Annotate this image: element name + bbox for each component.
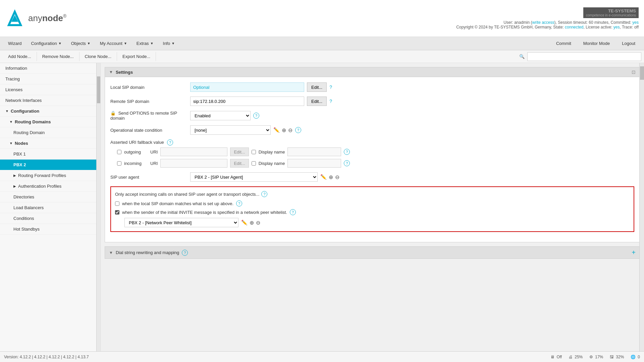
operational-state-help-icon[interactable]: ?: [295, 127, 301, 133]
brand-sub: competence in e-communications: [586, 13, 636, 17]
incoming-uri-edit-button[interactable]: Edit...: [230, 159, 249, 168]
header-left: anynode®: [5, 9, 66, 28]
remove-node-button[interactable]: Remove Node...: [37, 52, 79, 61]
whitelist-checkbox[interactable]: [115, 210, 119, 215]
sidebar-item-load-balancers[interactable]: Load Balancers: [0, 202, 100, 213]
sidebar-item-licenses[interactable]: Licenses: [0, 84, 100, 95]
outgoing-display-name-input[interactable]: [287, 147, 341, 156]
add-node-button[interactable]: Add Node...: [3, 52, 37, 61]
monitor-mode-button[interactable]: Monitor Mode: [579, 40, 614, 47]
sidebar-item-conditions[interactable]: Conditions: [0, 213, 100, 224]
memory-icon: ⚙: [589, 355, 593, 359]
incoming-display-name-label: Display name: [259, 161, 285, 166]
local-sip-domain-input[interactable]: [190, 82, 304, 92]
sidebar-item-hot-standbys[interactable]: Hot Standbys: [0, 224, 100, 235]
outgoing-uri-edit-button[interactable]: Edit...: [230, 147, 249, 156]
incoming-checkbox[interactable]: [117, 161, 121, 166]
sidebar-item-routing-forward-profiles[interactable]: ▶ Routing Forward Profiles: [0, 170, 100, 181]
clone-node-button[interactable]: Clone Node...: [79, 52, 117, 61]
write-access-link[interactable]: write access: [532, 20, 554, 25]
content-scroll-thumb[interactable]: [640, 66, 644, 80]
outgoing-display-name-checkbox[interactable]: [252, 150, 256, 154]
sidebar-item-routing-domain[interactable]: Routing Domain: [0, 127, 100, 138]
remove-icon[interactable]: ⊖: [288, 127, 292, 133]
memory-status: ⚙ 17%: [589, 355, 603, 359]
network-peer-add-icon[interactable]: ⊕: [250, 220, 254, 226]
send-options-select[interactable]: Enabled Disabled: [190, 111, 251, 120]
outgoing-checkbox[interactable]: [117, 150, 121, 154]
dial-string-help-icon[interactable]: ?: [182, 250, 188, 256]
content-scrollbar[interactable]: [639, 63, 644, 351]
sidebar: Information Tracing Licenses Network Int…: [0, 63, 101, 351]
sidebar-item-pbx1[interactable]: PBX 1: [0, 149, 100, 160]
add-icon[interactable]: ⊕: [282, 127, 286, 133]
incoming-display-name-input[interactable]: [287, 159, 341, 168]
remote-sip-domain-edit-button[interactable]: Edit...: [307, 97, 327, 106]
network-peer-select[interactable]: PBX 2 - [Network Peer Whitelist]: [124, 218, 238, 227]
outgoing-display-name-label: Display name: [259, 149, 285, 155]
local-domain-checkbox[interactable]: [115, 201, 119, 206]
chevron-right-icon: ▶: [13, 184, 16, 188]
nav-info[interactable]: Info ▼: [159, 39, 179, 48]
commit-button[interactable]: Commit: [551, 40, 576, 47]
nav-configuration[interactable]: Configuration ▼: [27, 39, 65, 48]
sidebar-scroll-thumb[interactable]: [97, 76, 100, 103]
local-domain-help-icon[interactable]: ?: [236, 200, 242, 206]
sidebar-section-configuration: ▼ Configuration: [0, 106, 100, 117]
nav-wizard[interactable]: Wizard: [4, 39, 25, 48]
sidebar-item-directories[interactable]: Directories: [0, 192, 100, 202]
sidebar-item-authentication-profiles[interactable]: ▶ Authentication Profiles: [0, 181, 100, 192]
chevron-down-icon: ▼: [58, 42, 62, 45]
network-peer-remove-icon[interactable]: ⊖: [256, 220, 260, 226]
sidebar-item-network-interfaces[interactable]: Network Interfaces: [0, 95, 100, 106]
sip-ua-remove-icon[interactable]: ⊖: [335, 174, 339, 180]
panel-minimize-icon[interactable]: ⊡: [632, 69, 636, 75]
send-options-row: 🔒 Send OPTIONS to remote SIP domain Enab…: [110, 111, 634, 121]
incoming-calls-help-icon[interactable]: ?: [261, 191, 267, 197]
uri-label-incoming: URI: [150, 161, 158, 166]
sidebar-subsection-routing-domains[interactable]: ▼ Routing Domains: [0, 117, 100, 127]
logo-text: anynode®: [28, 13, 66, 23]
sidebar-subsection-label: Routing Domains: [15, 119, 51, 124]
local-sip-domain-help-icon[interactable]: ?: [329, 84, 332, 90]
dial-panel-add-button[interactable]: +: [632, 249, 636, 256]
network-peer-edit-icon[interactable]: ✏️: [241, 220, 248, 226]
incoming-uri-input[interactable]: [160, 159, 227, 168]
incoming-calls-title: Only accept incoming calls on shared SIP…: [115, 191, 630, 197]
dial-panel-title: Dial string rewriting and mapping: [116, 250, 179, 255]
remote-sip-domain-input[interactable]: [190, 97, 304, 106]
remote-sip-domain-help-icon[interactable]: ?: [329, 99, 332, 104]
logout-button[interactable]: Logout: [617, 40, 640, 47]
export-node-button[interactable]: Export Node...: [117, 52, 156, 61]
license-value: yes: [613, 25, 620, 29]
panel-collapse-icon[interactable]: ▼: [109, 70, 113, 74]
search-input[interactable]: [527, 52, 641, 61]
nav-extras[interactable]: Extras ▼: [132, 39, 158, 48]
incoming-help-icon[interactable]: ?: [344, 160, 350, 166]
sidebar-item-pbx2[interactable]: PBX 2: [0, 160, 100, 170]
sip-ua-add-icon[interactable]: ⊕: [329, 174, 333, 180]
nav-my-account[interactable]: My Account ▼: [96, 39, 131, 48]
outgoing-uri-input[interactable]: [160, 147, 227, 156]
dial-panel-collapse-icon[interactable]: ▼: [109, 250, 113, 255]
sidebar-item-information[interactable]: Information: [0, 63, 100, 74]
asserted-uri-help-icon[interactable]: ?: [167, 139, 173, 145]
navbar: Wizard Configuration ▼ Objects ▼ My Acco…: [0, 37, 644, 50]
incoming-display-name-checkbox[interactable]: [252, 161, 256, 166]
outgoing-help-icon[interactable]: ?: [344, 149, 350, 155]
sip-ua-edit-icon[interactable]: ✏️: [320, 174, 327, 180]
sidebar-scrollbar[interactable]: [96, 63, 100, 351]
edit-pencil-icon[interactable]: ✏️: [273, 127, 280, 133]
local-sip-domain-edit-button[interactable]: Edit...: [307, 82, 327, 92]
send-options-label: 🔒 Send OPTIONS to remote SIP domain: [110, 111, 187, 121]
statusbar: Version: 4.12.2 | 4.12.2 | 4.12.2 | 4.12…: [0, 351, 644, 362]
sip-user-agent-select[interactable]: PBX 2 - [SIP User Agent]: [190, 172, 318, 182]
nav-objects[interactable]: Objects ▼: [67, 39, 95, 48]
whitelist-help-icon[interactable]: ?: [290, 209, 296, 215]
send-options-help-icon[interactable]: ?: [253, 113, 259, 119]
sidebar-subsection-nodes[interactable]: ▼ Nodes: [0, 138, 100, 149]
cpu-status: 🖨 25%: [569, 355, 583, 359]
sidebar-item-tracing[interactable]: Tracing: [0, 74, 100, 84]
operational-state-select[interactable]: [none]: [190, 125, 271, 135]
content-area: ▼ Settings ⊡ Local SIP domain Edit... ? …: [101, 63, 644, 351]
